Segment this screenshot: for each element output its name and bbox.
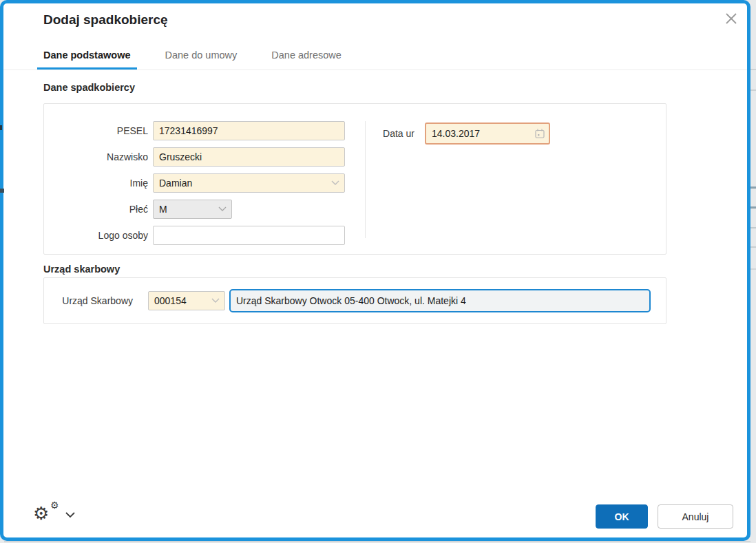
sex-select[interactable] [153,200,232,219]
cancel-button[interactable]: Anuluj [658,504,733,529]
person-logo-label: Logo osoby [52,230,153,241]
tax-office-address-input[interactable] [229,289,651,312]
background-artifact [0,125,2,130]
birth-date-input[interactable] [425,123,550,145]
surname-label: Nazwisko [52,151,153,162]
first-name-label: Imię [52,178,153,189]
ok-button[interactable]: OK [596,504,648,529]
background-artifact [0,189,4,193]
birth-date-field [425,123,550,145]
background-artifact [750,206,756,209]
surname-row: Nazwisko [52,147,345,167]
background-artifact [750,227,756,228]
tab-bar: Dane podstawowe Dane do umowy Dane adres… [37,49,348,70]
sex-row: Płeć [52,200,232,219]
dialog-add-heir: Dodaj spadkobiercę Dane podstawowe Dane … [0,0,750,541]
background-artifact [750,246,756,248]
settings-gear-icon[interactable]: ⚙ ⚙ [31,499,81,532]
background-artifact [750,69,756,70]
background-artifact [750,187,756,189]
background-bottom-edge [4,541,750,542]
first-name-select[interactable] [153,173,345,193]
surname-input[interactable] [153,147,345,167]
gear-small-glyph: ⚙ [50,500,59,510]
first-name-row: Imię [52,173,345,193]
tab-dane-podstawowe[interactable]: Dane podstawowe [37,49,137,70]
gear-large-glyph: ⚙ [33,504,49,522]
person-logo-row: Logo osoby [52,226,345,245]
pesel-label: PESEL [52,125,153,136]
tax-office-code-select[interactable] [148,291,225,310]
tab-divider [3,70,747,70]
background-artifact [750,268,756,270]
background-window-edge [750,0,756,543]
person-logo-input[interactable] [153,226,345,245]
chevron-down-icon [65,512,75,518]
column-divider [365,121,366,238]
birth-date-label: Data ur [373,128,420,139]
background-artifact [750,89,756,91]
tab-dane-adresowe[interactable]: Dane adresowe [265,49,348,70]
tax-office-label: Urząd Skarbowy [52,295,148,306]
close-icon[interactable] [722,9,741,28]
birth-date-row: Data ur [373,123,550,145]
tab-dane-do-umowy[interactable]: Dane do umowy [159,49,244,70]
dialog-title: Dodaj spadkobiercę [43,12,168,28]
tax-office-fieldset: Urząd Skarbowy [43,277,666,324]
heir-fieldset: PESEL Nazwisko Imię Płeć [43,103,666,255]
sex-label: Płeć [52,204,153,215]
pesel-input[interactable] [153,121,345,140]
section-heading-tax-office: Urząd skarbowy [43,264,120,275]
section-heading-heir: Dane spadkobiercy [43,82,135,93]
pesel-row: PESEL [52,121,345,140]
tax-office-row: Urząd Skarbowy [52,289,651,312]
